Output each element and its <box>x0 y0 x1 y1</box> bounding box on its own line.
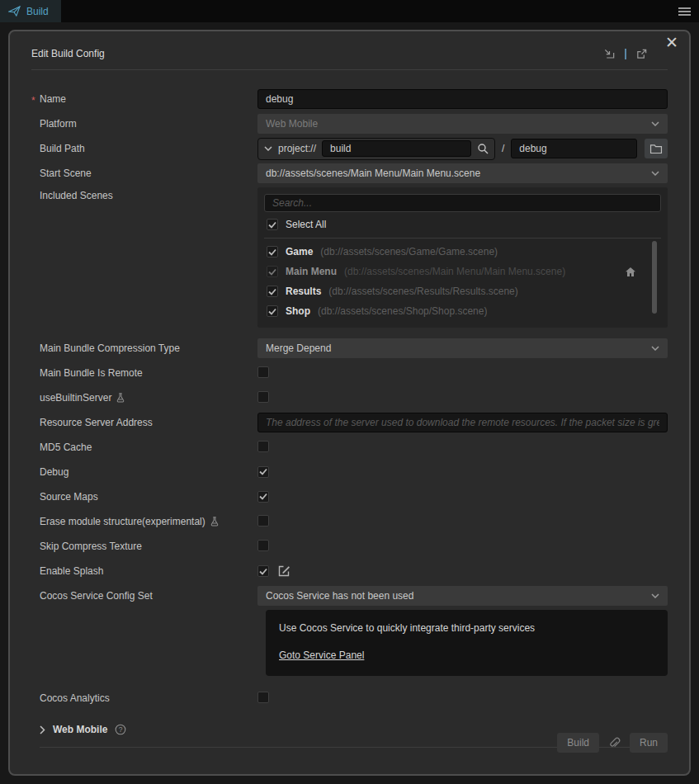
experimental-flask-icon <box>116 393 125 403</box>
compression-type-select[interactable]: Merge Depend <box>257 338 668 358</box>
scene-checkbox[interactable] <box>267 286 278 297</box>
use-builtin-server-checkbox[interactable] <box>257 391 269 403</box>
debug-checkbox[interactable] <box>257 466 269 478</box>
platform-label: Platform <box>40 118 257 130</box>
paper-plane-icon <box>8 6 21 17</box>
enable-splash-checkbox[interactable] <box>257 565 269 577</box>
scene-checkbox[interactable] <box>267 305 278 317</box>
scene-row-shop[interactable]: Shop (db://assets/scenes/Shop/Shop.scene… <box>264 301 661 321</box>
cocos-analytics-checkbox[interactable] <box>257 692 269 703</box>
tab-bar: Build <box>0 0 699 22</box>
compression-type-label: Main Bundle Compression Type <box>40 342 257 354</box>
tab-build[interactable]: Build <box>0 0 61 22</box>
erase-module-checkbox[interactable] <box>257 515 269 527</box>
build-path-label: Build Path <box>40 143 257 154</box>
chevron-down-icon <box>651 121 659 126</box>
skip-compress-label: Skip Compress Texture <box>40 541 257 552</box>
use-builtin-server-label: useBuiltinServer <box>40 392 257 404</box>
paperclip-icon <box>608 737 621 749</box>
scrollbar-thumb[interactable] <box>652 241 657 314</box>
resource-server-label: Resource Server Address <box>40 417 257 428</box>
start-scene-label: Start Scene <box>40 168 257 179</box>
cocos-analytics-label: Cocos Analytics <box>40 692 257 704</box>
row-enable-splash: Enable Splash <box>31 559 668 583</box>
svg-text:?: ? <box>119 725 123 734</box>
skip-compress-checkbox[interactable] <box>257 540 269 551</box>
main-bundle-remote-checkbox[interactable] <box>257 366 269 378</box>
export-config-icon[interactable] <box>635 48 648 60</box>
source-maps-checkbox[interactable] <box>257 491 269 503</box>
run-button[interactable]: Run <box>630 733 668 753</box>
select-all-label: Select All <box>286 219 326 230</box>
md5-cache-checkbox[interactable] <box>257 441 269 452</box>
required-asterisk: * <box>31 95 35 106</box>
close-icon[interactable]: ✕ <box>665 35 678 50</box>
folder-button[interactable] <box>645 139 668 158</box>
debug-label: Debug <box>40 466 257 478</box>
page-title: Edit Build Config <box>31 48 105 59</box>
included-scenes-label: Included Scenes <box>40 190 257 201</box>
cocos-service-select[interactable]: Cocos Service has not been used <box>257 586 668 606</box>
enable-splash-label: Enable Splash <box>40 565 257 577</box>
build-path-group: project:// <box>257 138 495 160</box>
row-source-maps: Source Maps <box>31 484 668 509</box>
cocos-service-label: Cocos Service Config Set <box>40 590 257 602</box>
help-icon[interactable]: ? <box>115 724 126 735</box>
scene-checkbox[interactable] <box>267 266 278 277</box>
search-path-icon[interactable] <box>477 143 489 154</box>
chevron-down-icon <box>651 171 659 176</box>
row-build-path: Build Path project:// / <box>31 136 668 161</box>
row-name: * Name <box>31 87 668 111</box>
protocol-dropdown-icon[interactable] <box>264 146 272 151</box>
chevron-down-icon <box>651 593 659 598</box>
scenes-panel: Select All Game (db://assets/scenes/Game… <box>257 187 668 328</box>
home-icon <box>625 267 636 277</box>
select-all-row[interactable]: Select All <box>264 212 661 239</box>
source-maps-label: Source Maps <box>40 491 257 503</box>
build-dir-input[interactable] <box>322 140 471 157</box>
build-subdir-input[interactable] <box>511 139 637 158</box>
name-input[interactable] <box>257 89 668 109</box>
row-included-scenes: Included Scenes Select All <box>31 186 668 336</box>
scene-checkbox[interactable] <box>267 246 278 257</box>
name-label: * Name <box>40 93 257 105</box>
chevron-down-icon <box>651 346 659 351</box>
row-skip-compress: Skip Compress Texture <box>31 534 668 559</box>
resource-server-input[interactable] <box>257 413 668 432</box>
edit-splash-icon[interactable] <box>278 565 290 577</box>
folder-icon <box>649 144 663 153</box>
start-scene-select[interactable]: db://assets/scenes/Main Menu/Main Menu.s… <box>257 163 668 183</box>
row-md5-cache: MD5 Cache <box>31 435 668 460</box>
cocos-service-info-text: Use Cocos Service to quickly integrate t… <box>279 622 654 634</box>
cocos-service-info-panel: Use Cocos Service to quickly integrate t… <box>266 610 668 676</box>
row-resource-server: Resource Server Address <box>31 410 668 435</box>
scene-search-input[interactable] <box>264 194 661 212</box>
row-compression-type: Main Bundle Compression Type Merge Depen… <box>31 336 668 361</box>
row-main-bundle-remote: Main Bundle Is Remote <box>31 361 668 385</box>
goto-service-panel-link[interactable]: Goto Service Panel <box>279 649 364 661</box>
menu-icon[interactable] <box>678 6 691 17</box>
header-separator <box>625 49 626 59</box>
row-start-scene: Start Scene db://assets/scenes/Main Menu… <box>31 161 668 186</box>
row-use-builtin-server: useBuiltinServer <box>31 385 668 410</box>
erase-module-label: Erase module structure(experimental) <box>40 516 257 527</box>
scene-row-main-menu[interactable]: Main Menu (db://assets/scenes/Main Menu/… <box>264 262 661 281</box>
platform-select[interactable]: Web Mobile <box>257 114 668 134</box>
select-all-checkbox[interactable] <box>267 219 278 230</box>
tab-label: Build <box>26 6 49 17</box>
header-divider <box>31 69 668 70</box>
web-mobile-section-title: Web Mobile <box>53 724 107 735</box>
build-button[interactable]: Build <box>557 733 599 753</box>
scene-row-results[interactable]: Results (db://assets/scenes/Results/Resu… <box>264 281 661 301</box>
import-config-icon[interactable] <box>603 48 616 60</box>
dialog-header: Edit Build Config <box>31 45 668 62</box>
row-debug: Debug <box>31 460 668 484</box>
protocol-label[interactable]: project:// <box>278 143 316 154</box>
experimental-flask-icon <box>210 517 220 527</box>
scene-list: Game (db://assets/scenes/Game/Game.scene… <box>264 239 661 323</box>
path-separator: / <box>502 143 504 154</box>
md5-cache-label: MD5 Cache <box>40 442 257 453</box>
scene-row-game[interactable]: Game (db://assets/scenes/Game/Game.scene… <box>264 242 661 262</box>
edit-build-config-dialog: ✕ Edit Build Config * Name <box>8 30 691 776</box>
row-erase-module: Erase module structure(experimental) <box>31 509 668 534</box>
